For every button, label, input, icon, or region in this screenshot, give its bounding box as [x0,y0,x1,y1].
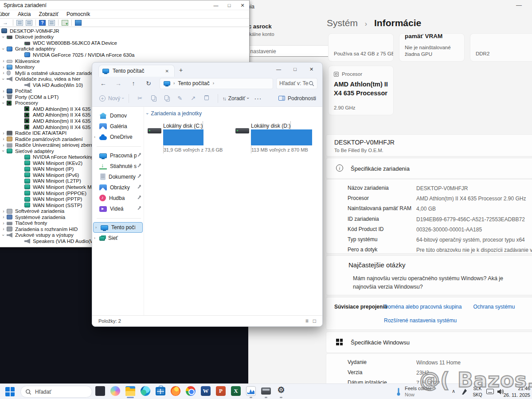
help-icon[interactable] [39,20,46,26]
scan-hardware-icon[interactable] [62,20,68,26]
menu-file[interactable]: Súbor [0,11,14,17]
taskbar-app[interactable] [170,386,181,398]
paste-icon[interactable] [160,95,173,102]
sidebar-item[interactable] [92,142,144,150]
chevron-icon[interactable] [0,35,7,39]
sidebar-item[interactable]: Tento počítač [93,222,143,233]
related-link[interactable]: Rozšírené nastavenia systému [384,317,457,324]
chevron-icon[interactable] [0,233,7,238]
chevron-icon[interactable] [0,143,7,148]
maximize-button[interactable]: □ [223,1,236,10]
refresh-icon[interactable]: ↻ [141,80,156,87]
sidebar-item[interactable]: Videá [92,203,144,214]
taskbar-app[interactable]: X [231,386,241,398]
taskbar-app[interactable]: W [200,386,211,398]
breadcrumb-item[interactable]: Tento počítač [178,80,209,86]
tree-row[interactable]: WDC WD800BB-56JKC0 ATA Device [0,40,249,46]
tree-row[interactable]: NVIDIA GeForce 7025 / NVIDIA nForce 630a [0,52,249,58]
related-link[interactable]: Ochrana systému [473,304,515,310]
minimize-button[interactable]: — [270,66,287,72]
minimize-button[interactable]: — [209,1,223,10]
forward-icon[interactable]: → [3,20,10,26]
remote-computer-icon[interactable] [75,20,82,26]
menu-help[interactable]: Pomocník [63,11,94,17]
tree-row[interactable]: DESKTOP-V0MHFJR [0,28,249,34]
rename-icon[interactable]: ✎ [173,95,187,102]
taskbar-app[interactable] [155,386,166,398]
sidebar-item[interactable] [92,214,144,222]
chevron-icon[interactable] [0,131,7,136]
storage-card[interactable]: Používa sa 42 GB z 75 GB [328,33,394,62]
sidebar-item[interactable]: OneDrive [92,132,144,142]
cut-icon[interactable]: ✂ [133,95,147,102]
chevron-icon[interactable] [94,236,99,240]
drive-tile[interactable]: Lokálny disk (D:) 113 MB voľných z 870 M… [235,121,321,137]
close-button[interactable]: ✕ [303,66,320,72]
chevron-icon[interactable] [0,65,7,70]
sidebar-item[interactable]: Galéria [92,121,144,132]
sort-button[interactable]: ↑↓ Zoradiť › [223,95,249,102]
chevron-icon[interactable] [0,227,7,231]
chevron-icon[interactable] [0,149,7,153]
sidebar-item[interactable]: Sieť [92,233,144,243]
related-link[interactable]: Doména alebo pracovná skupina [384,304,462,310]
up-icon[interactable]: ↑ [126,80,141,87]
menu-action[interactable]: Akcia [14,11,35,17]
chevron-icon[interactable] [0,77,7,82]
action-pane-icon[interactable] [48,20,55,26]
taskbar-app[interactable] [125,386,136,398]
taskbar-app[interactable] [276,386,286,398]
group-header[interactable]: › Zariadenia a jednotky [147,110,322,117]
processor-card[interactable]: Procesor AMD Athlon(tm) II X4 635 Proces… [328,66,394,115]
sidebar-item[interactable]: Dokumenty [92,172,144,182]
chevron-icon[interactable] [0,215,7,219]
chevron-icon[interactable] [95,225,100,230]
chevron-icon[interactable] [0,209,7,214]
copy-icon[interactable] [147,95,160,102]
sidebar-item[interactable]: Obrázky [92,182,144,193]
taskbar-app[interactable] [95,386,106,398]
taskbar-app[interactable]: P [215,386,226,398]
close-button[interactable]: ✕ [236,1,249,10]
properties-icon[interactable] [26,20,32,26]
chevron-icon[interactable] [0,59,7,63]
chevron-icon[interactable] [0,47,7,51]
sidebar-item[interactable]: Hudba [92,193,144,203]
tree-row[interactable]: Diskové jednotky [0,34,249,40]
taskbar-app[interactable] [246,386,256,398]
menu-view[interactable]: Zobraziť [35,11,63,17]
list-view-icon[interactable]: ≡ [305,318,309,324]
device-specs-header[interactable]: i Špecifikácie zariadenia Kopírovať [326,158,532,179]
chevron-icon[interactable] [0,137,7,141]
tab-close-icon[interactable]: ✕ [164,68,171,74]
details-pane-button[interactable]: Podrobnosti [278,95,316,102]
faq-question[interactable]: Mám najnovšiu verziu operačného systému … [353,274,526,291]
maximize-button[interactable]: □ [287,66,303,72]
taskbar-app[interactable] [140,386,151,398]
more-options-icon[interactable]: ··· [254,95,262,102]
chevron-icon[interactable] [0,101,7,106]
console-tree-icon[interactable] [16,20,23,26]
tree-row[interactable]: Grafické adaptéry [0,46,249,52]
address-bar[interactable]: › Tento počítač › [160,78,273,89]
new-button[interactable]: + Nový › [99,95,124,102]
taskbar-app[interactable] [185,386,196,398]
chevron-icon[interactable] [0,221,7,226]
taskbar-app[interactable] [110,386,121,398]
sidebar-item[interactable]: Stiahnuté súbory [92,161,144,172]
drive-tile[interactable]: Lokálny disk (C:) 31,9 GB voľných z 73,6… [147,121,234,137]
start-button[interactable] [5,387,15,396]
share-icon[interactable]: ↗ [187,95,200,102]
chevron-icon[interactable] [0,70,7,75]
chevron-icon[interactable] [0,94,7,99]
windows-specs-header[interactable]: Špecifikácie Windowsu Kopírovať [326,332,532,353]
minimize-button[interactable]: — [516,2,522,8]
delete-icon[interactable] [200,95,213,102]
taskbar-search[interactable]: Hľadať [20,386,92,398]
explorer-tab[interactable]: Tento počítač ✕ [98,65,175,77]
ram-type-card[interactable]: DDR2 [470,33,532,62]
new-tab-button[interactable]: + [179,66,183,74]
settings-search-input[interactable]: Vyhľadať nastavenie [248,45,340,57]
vram-card[interactable]: pamäť VRAM Nie je nainštalované žiadna G… [399,33,465,62]
thumbnail-view-icon[interactable]: □ [313,318,316,324]
